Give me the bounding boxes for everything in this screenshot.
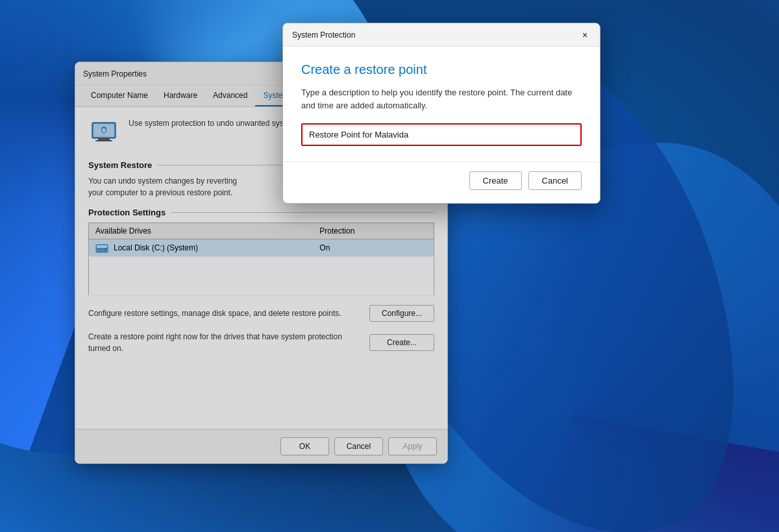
dialog-content: Create a restore point Type a descriptio… bbox=[283, 47, 600, 162]
dialog-footer: Create Cancel bbox=[283, 162, 600, 203]
dialog-description: Type a description to help you identify … bbox=[301, 86, 582, 112]
dialog-create-button[interactable]: Create bbox=[469, 171, 522, 190]
dialog-main-title: Create a restore point bbox=[301, 62, 582, 77]
dialog-titlebar: System Protection × bbox=[283, 23, 600, 47]
dialog-close-button[interactable]: × bbox=[570, 23, 600, 47]
restore-point-input[interactable] bbox=[301, 123, 582, 146]
dialog-title: System Protection bbox=[292, 30, 355, 40]
dialog-cancel-button[interactable]: Cancel bbox=[528, 171, 582, 190]
system-protection-dialog: System Protection × Create a restore poi… bbox=[282, 23, 600, 204]
